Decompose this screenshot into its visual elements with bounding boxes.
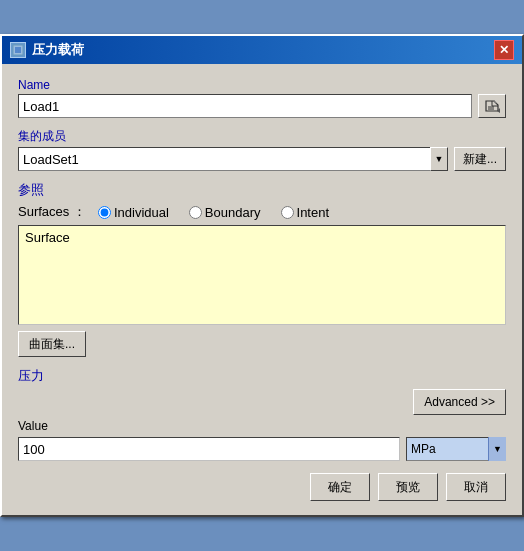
dialog-title: 压力载荷 xyxy=(32,41,84,59)
close-button[interactable]: ✕ xyxy=(494,40,514,60)
value-row: MPa Pa kPa GPa psi ▼ xyxy=(18,437,506,461)
set-select[interactable]: LoadSet1 xyxy=(18,147,448,171)
svg-rect-1 xyxy=(15,47,21,53)
advanced-button[interactable]: Advanced >> xyxy=(413,389,506,415)
surface-display-area: Surface xyxy=(18,225,506,325)
unit-select-wrapper: MPa Pa kPa GPa psi ▼ xyxy=(406,437,506,461)
radio-intent-label: Intent xyxy=(297,205,330,220)
cancel-button[interactable]: 取消 xyxy=(446,473,506,501)
name-label: Name xyxy=(18,78,506,92)
bottom-buttons: 确定 预览 取消 xyxy=(18,473,506,501)
new-button[interactable]: 新建... xyxy=(454,147,506,171)
radio-individual-label: Individual xyxy=(114,205,169,220)
name-row xyxy=(18,94,506,118)
ok-button[interactable]: 确定 xyxy=(310,473,370,501)
set-select-wrapper: LoadSet1 ▼ xyxy=(18,147,448,171)
name-icon-button[interactable] xyxy=(478,94,506,118)
refs-section: 参照 Surfaces ： Individual Boundary Intent xyxy=(18,181,506,357)
title-bar-left: 压力载荷 xyxy=(10,41,84,59)
dialog-icon xyxy=(10,42,26,58)
set-label: 集的成员 xyxy=(18,128,506,145)
pressure-load-dialog: 压力载荷 ✕ Name 集的成员 LoadSet1 xyxy=(0,34,524,517)
radio-individual[interactable]: Individual xyxy=(98,205,177,220)
value-label: Value xyxy=(18,419,506,433)
title-bar: 压力载荷 ✕ xyxy=(2,36,522,64)
surfaces-radio-row: Surfaces ： Individual Boundary Intent xyxy=(18,203,506,221)
advanced-row: Advanced >> xyxy=(18,389,506,415)
surface-set-button[interactable]: 曲面集... xyxy=(18,331,86,357)
set-row: LoadSet1 ▼ 新建... xyxy=(18,147,506,171)
name-input[interactable] xyxy=(18,94,472,118)
pressure-label: 压力 xyxy=(18,367,506,385)
surfaces-label: Surfaces ： xyxy=(18,203,86,221)
radio-intent[interactable]: Intent xyxy=(281,205,338,220)
dialog-content: Name 集的成员 LoadSet1 ▼ 新建.. xyxy=(2,64,522,515)
refs-label: 参照 xyxy=(18,181,506,199)
surface-text-content: Surface xyxy=(25,230,70,245)
preview-button[interactable]: 预览 xyxy=(378,473,438,501)
radio-group: Individual Boundary Intent xyxy=(98,205,337,220)
radio-boundary[interactable]: Boundary xyxy=(189,205,269,220)
radio-boundary-label: Boundary xyxy=(205,205,261,220)
pressure-section: 压力 Advanced >> Value MPa Pa kPa GPa psi … xyxy=(18,367,506,461)
value-input[interactable] xyxy=(18,437,400,461)
unit-select[interactable]: MPa Pa kPa GPa psi xyxy=(406,437,506,461)
